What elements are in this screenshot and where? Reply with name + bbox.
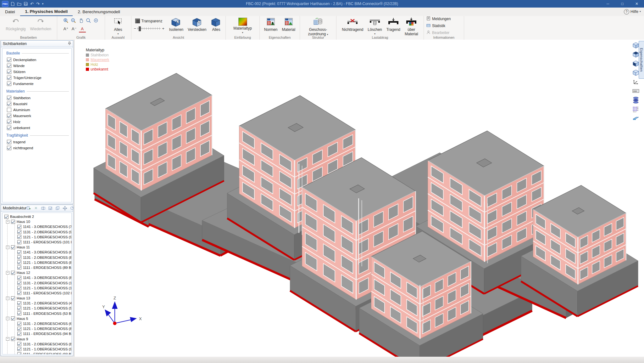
tree-item[interactable]: −Haus 9	[6, 337, 71, 342]
tab-berechnungsmodell[interactable]: 2. Berechnungsmodell	[73, 8, 125, 16]
checkbox[interactable]	[17, 255, 21, 259]
visibility-checkbox-mauerwerk[interactable]: Mauerwerk	[3, 113, 71, 119]
redo-icon[interactable]: ↷	[36, 2, 40, 6]
bearbeiter-button[interactable]: Bearbeiter	[425, 30, 451, 36]
checkbox[interactable]	[7, 64, 11, 68]
collapse-icon[interactable]: −	[6, 337, 9, 341]
checkbox[interactable]	[7, 58, 11, 62]
nichttragend-button[interactable]: Nichttragend	[340, 17, 365, 33]
tree-item[interactable]: 1111 - ERDGESCHOSS (94 Bauteile)	[15, 331, 71, 336]
visibility-checkbox-tragend[interactable]: tragend	[3, 139, 71, 145]
app-logo[interactable]: FBC	[2, 1, 8, 7]
tree-item[interactable]: 1121 - 1.OBERGESCHOSS (58 Bauteile)	[15, 306, 71, 311]
tab-datei[interactable]: Datei	[0, 8, 20, 16]
move-node-icon[interactable]	[63, 206, 67, 210]
tree-item[interactable]: 1141 - 3.OBERGESCHOSS (76 Bauteile)	[15, 224, 71, 229]
minimize-button[interactable]: ─	[601, 0, 615, 8]
font-increase-button[interactable]: A⁺	[63, 26, 69, 32]
checkbox[interactable]	[17, 301, 21, 305]
tree-item[interactable]: 1111 - ERDGESCHOSS (102 Bauteile)	[15, 291, 71, 296]
tree-item[interactable]: 1111 - ERDGESCHOSS (101 Bauteile)	[15, 240, 71, 245]
visibility-checkbox-nichttragend[interactable]: nichttragend	[3, 145, 71, 151]
delete-node-icon[interactable]: ✕	[34, 206, 38, 210]
collapse-icon[interactable]: −	[6, 297, 9, 300]
checkbox[interactable]	[17, 250, 21, 254]
checkbox[interactable]	[17, 240, 21, 244]
collapse-icon[interactable]: −	[6, 246, 9, 249]
checkbox[interactable]	[11, 296, 15, 300]
grid-raster-icon[interactable]: CBA3 2 1	[632, 105, 640, 113]
font-color-button[interactable]: A	[79, 26, 86, 32]
checkbox[interactable]	[17, 286, 21, 290]
visibility-checkbox-tr-ger-unterz-ge[interactable]: Träger/Unterzüge	[3, 75, 71, 81]
tree-item[interactable]: −Haus 11	[6, 245, 71, 250]
tree-item[interactable]: 1131 - 2.OBERGESCHOSS (96 Bauteile)	[15, 230, 71, 235]
select-all-button[interactable]: Alles ▾	[112, 17, 124, 36]
checkbox[interactable]	[7, 126, 11, 130]
visibility-checkbox-baustahl[interactable]: Baustahl	[3, 101, 71, 107]
tree-item[interactable]: 1111 - ERDGESCHOSS (53 Bauteile)	[15, 311, 71, 316]
transparency-toggle[interactable]: Transparenz	[134, 18, 164, 24]
checkbox[interactable]	[7, 96, 11, 100]
statistik-button[interactable]: Statistik	[425, 23, 447, 29]
qat-customize-icon[interactable]: ▾	[42, 3, 44, 5]
redo-button[interactable]: Wiederholen	[29, 17, 53, 32]
zoom-in-icon[interactable]	[63, 17, 69, 24]
visibility-checkbox-aluminium[interactable]: Aluminium	[3, 107, 71, 113]
checkbox[interactable]	[17, 265, 21, 269]
visibility-checkbox-fundamente[interactable]: Fundamente	[3, 81, 71, 87]
checkbox[interactable]	[17, 291, 21, 295]
tree-item[interactable]: −Haus 5	[6, 316, 71, 321]
visibility-checkbox-w-nde[interactable]: Wände	[3, 63, 71, 69]
loeschen-button[interactable]: Löschen ▾	[366, 17, 383, 36]
checkbox[interactable]	[7, 120, 11, 124]
transparency-slider[interactable]: − +	[134, 26, 164, 31]
checkbox[interactable]	[17, 342, 21, 346]
checkbox[interactable]	[17, 332, 21, 336]
tragend-button[interactable]: Tragend	[385, 17, 402, 33]
transform-node-icon[interactable]	[70, 206, 74, 210]
tree-item[interactable]: 1121 - 1.OBERGESCHOSS (96 Bauteile)	[15, 235, 71, 240]
help-menu[interactable]: ? Hilfe ▾	[624, 8, 641, 16]
checkbox[interactable]	[7, 108, 11, 112]
checkbox[interactable]	[11, 245, 15, 249]
tree-item[interactable]: 1141 - 3.OBERGESCHOSS (84 Bauteile)	[15, 275, 71, 280]
tab-physisches-modell[interactable]: 1. Physisches Modell	[20, 8, 73, 16]
ueber-material-button[interactable]: überMaterial	[403, 17, 420, 37]
copy-node-icon[interactable]	[55, 206, 60, 210]
checkbox[interactable]	[17, 347, 21, 351]
isolate-button[interactable]: Isolieren	[168, 17, 185, 33]
tree-item[interactable]: −Haus 12	[6, 270, 71, 275]
tree-item[interactable]: Bauabschnitt 2	[4, 214, 71, 219]
visibility-checkbox-st-tzen[interactable]: Stützen	[3, 69, 71, 75]
normen-button[interactable]: $ Normen	[263, 17, 279, 33]
checkbox[interactable]	[11, 316, 15, 320]
checkbox[interactable]	[11, 220, 15, 224]
units-mm-icon[interactable]: mm	[632, 87, 640, 95]
checkbox[interactable]	[17, 260, 21, 264]
tree-item[interactable]: 1111 - ERDGESCHOSS (89 Bauteile)	[15, 265, 71, 270]
collapse-icon[interactable]: −	[6, 317, 9, 320]
save-icon[interactable]	[24, 2, 28, 6]
checkbox[interactable]	[17, 225, 21, 229]
hide-button[interactable]: Verstecken	[186, 17, 208, 33]
tree-item[interactable]: 1121 - 1.OBERGESCHOSS (88 Bauteile)	[15, 326, 71, 331]
meldungen-button[interactable]: Meldungen	[425, 16, 452, 22]
tree-item[interactable]: 1121 - 1.OBERGESCHOSS (83 Bauteile)	[15, 260, 71, 265]
material-button[interactable]: Material	[280, 17, 297, 33]
checkbox[interactable]	[17, 230, 21, 234]
checkbox[interactable]	[11, 337, 15, 341]
building-model-3d[interactable]	[75, 40, 644, 357]
checkbox[interactable]	[17, 327, 21, 331]
zoom-extents-icon[interactable]	[93, 17, 100, 24]
storey-stack-icon[interactable]	[632, 96, 640, 104]
maximize-button[interactable]: □	[615, 0, 630, 8]
checkbox[interactable]	[7, 114, 11, 118]
collapse-icon[interactable]: −	[6, 220, 9, 224]
checkbox[interactable]	[11, 271, 15, 275]
visibility-checkbox-unbekannt[interactable]: unbekannt	[3, 125, 71, 131]
visibility-checkbox-holz[interactable]: Holz	[3, 119, 71, 125]
checkbox[interactable]	[17, 322, 21, 326]
tree-item[interactable]: 1131 - 2.OBERGESCHOSS (68 Bauteile)	[15, 321, 71, 326]
zoom-window-icon[interactable]	[85, 17, 92, 24]
